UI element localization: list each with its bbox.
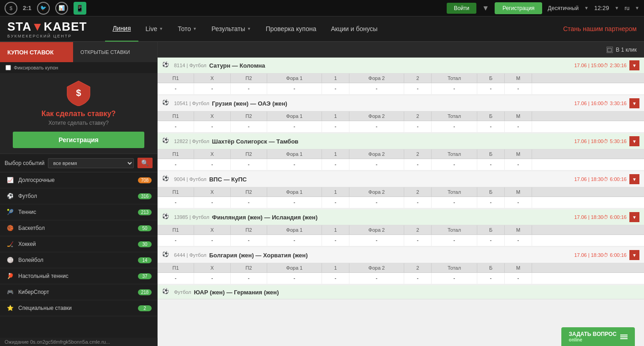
register-top-button[interactable]: Регистрация <box>495 2 542 14</box>
val-total-1[interactable]: - <box>432 83 477 94</box>
val-fora1-2[interactable]: - <box>267 121 322 132</box>
nav-live[interactable]: Live ▼ <box>138 16 171 42</box>
svg-text:$: $ <box>76 88 81 98</box>
football-event-icon-6: ⚽ <box>162 251 170 259</box>
sport-name-longterm: Долгосрочные <box>18 177 138 183</box>
val-fora2-1[interactable]: - <box>349 83 404 94</box>
event-block-4: ⚽ 9004 | Футбол ВПС — КуПС 17.06 | 18:30… <box>158 171 644 208</box>
val-x-1[interactable]: - <box>194 83 231 94</box>
register-sidebar-button[interactable]: Регистрация <box>13 132 144 148</box>
sport-item-tennis[interactable]: 🎾 Теннис 213 <box>0 204 157 220</box>
val-p2-1[interactable]: - <box>231 83 267 94</box>
basketball-icon: 🏀 <box>5 224 15 233</box>
sport-item-football[interactable]: ⚽ Футбол 316 <box>0 188 157 204</box>
event-collapse-btn-6[interactable]: ▼ <box>629 250 639 260</box>
football-icon: ⚽ <box>5 192 15 201</box>
sport-item-basketball[interactable]: 🏀 Баскетбол 50 <box>0 220 157 236</box>
event-rows-2: П1ХП2Фора 11Фора 22ТоталБМ ---------- <box>158 112 644 133</box>
coupon-header: КУПОН СТАВОК ОТКРЫТЫЕ СТАВКИ <box>0 42 157 62</box>
val-x-2[interactable]: - <box>194 121 231 132</box>
event-block-2: ⚽ 10541 | Футбол Грузия (жен) — ОАЭ (жен… <box>158 96 644 133</box>
event-rows-5: П1ХП2Фора 11Фора 22ТоталБМ ---------- <box>158 225 644 246</box>
val-p1-1[interactable]: - <box>158 83 194 94</box>
nav-check-coupon[interactable]: Проверка купона <box>259 16 324 42</box>
val-b-2[interactable]: - <box>477 121 505 132</box>
sport-count-volleyball: 14 <box>138 257 152 263</box>
event-name-7: ЮАР (жен) — Германия (жен) <box>194 289 640 296</box>
event-rows-4: П1ХП2Фора 11Фора 22ТоталБМ ---------- <box>158 187 644 208</box>
sport-name-esports: КиберСпорт <box>18 289 138 295</box>
val-fora2-2[interactable]: - <box>349 121 404 132</box>
col-b: Б <box>477 74 505 83</box>
event-date-4: 17.06 | 18:30 <box>574 176 603 182</box>
event-values-1: - - - - - - - - - - <box>158 83 644 95</box>
coupon-shield-icon: $ <box>65 79 92 106</box>
sport-item-hockey[interactable]: 🏒 Хоккей 30 <box>0 236 157 252</box>
event-collapse-btn-2[interactable]: ▼ <box>629 98 639 108</box>
event-timer-5: ⏱ 6:00:16 <box>603 214 627 220</box>
col-2: 2 <box>404 74 432 83</box>
event-col-header-5: П1ХП2Фора 11Фора 22ТоталБМ <box>158 225 644 235</box>
event-collapse-btn-1[interactable]: ▼ <box>629 60 639 70</box>
sport-item-volleyball[interactable]: 🏐 Волейбол 14 <box>0 252 157 268</box>
col-total-2: Тотал <box>432 112 477 121</box>
sport-item-tabletennis[interactable]: 🏓 Настольный теннис 37 <box>0 268 157 284</box>
ratio-display: 2:1 <box>23 5 32 11</box>
event-date-6: 17.06 | 18:30 <box>574 252 603 258</box>
format-selector[interactable]: Десятичный <box>548 5 579 11</box>
tennis-icon: 🎾 <box>5 208 15 217</box>
chat-widget[interactable]: ЗАДАТЬ ВОПРОС online <box>561 327 635 346</box>
val-1-2[interactable]: - <box>322 121 349 132</box>
sport-item-esports[interactable]: 🎮 КиберСпорт 218 <box>0 284 157 300</box>
one-click-bar: ☐ В 1 клик <box>158 42 644 58</box>
val-p1-2[interactable]: - <box>158 121 194 132</box>
lang-selector[interactable]: ru <box>624 5 629 11</box>
football-event-icon-3: ⚽ <box>162 137 170 145</box>
event-collapse-btn-5[interactable]: ▼ <box>629 212 639 222</box>
event-id-6: 6444 | Футбол <box>174 252 206 258</box>
event-name-2: Грузия (жен) — ОАЭ (жен) <box>212 100 574 107</box>
event-header-3: ⚽ 12822 | Футбол Шахтёр Солигорск — Тамб… <box>158 133 644 149</box>
coupon-open-btn[interactable]: ОТКРЫТЫЕ СТАВКИ <box>73 42 157 62</box>
col-p2-2: П2 <box>231 112 267 121</box>
search-button[interactable]: 🔍 <box>137 158 153 168</box>
status-text: Ожидание 0s.on2gc5tlmfrgk5bonn5a.cmle.ru… <box>5 339 110 345</box>
val-2-1[interactable]: - <box>404 83 432 94</box>
event-collapse-btn-4[interactable]: ▼ <box>629 174 639 184</box>
sport-item-longterm[interactable]: 📈 Долгосрочные 708 <box>0 172 157 188</box>
val-p2-2[interactable]: - <box>231 121 267 132</box>
mobile-icon: 📱 <box>74 2 86 15</box>
fix-coupon-checkbox[interactable] <box>5 65 11 70</box>
sport-count-basketball: 50 <box>138 225 152 231</box>
val-1-1[interactable]: - <box>322 83 349 94</box>
val-b-1[interactable]: - <box>477 83 505 94</box>
sport-name-tabletennis: Настольный теннис <box>18 273 138 279</box>
top-bar-left: $ 2:1 🐦 📊 📱 <box>5 2 86 15</box>
one-click-checkbox[interactable]: ☐ <box>607 47 613 53</box>
val-total-2[interactable]: - <box>432 121 477 132</box>
nav-toto[interactable]: Тото ▼ <box>170 16 204 42</box>
login-button[interactable]: Войти <box>447 3 477 14</box>
nav-promo[interactable]: Акции и бонусы <box>323 16 385 42</box>
sport-count-tabletennis: 37 <box>138 273 152 279</box>
partner-link[interactable]: Стань нашим партнером <box>563 25 637 32</box>
event-id-5: 13985 | Футбол <box>174 214 209 220</box>
nav-liniya[interactable]: Линия <box>105 16 138 42</box>
val-m-1[interactable]: - <box>505 83 532 94</box>
nav-results[interactable]: Результаты ▼ <box>204 16 259 42</box>
football-event-icon-2: ⚽ <box>162 99 170 107</box>
sport-item-special[interactable]: ⭐ Специальные ставки 2 <box>0 300 157 316</box>
event-id-4: 9004 | Футбол <box>174 176 206 182</box>
top-bar-right: Войти ▼ Регистрация Десятичный ▼ 12:29 ▼… <box>447 2 639 14</box>
time-filter-select[interactable]: все время <box>48 158 134 168</box>
special-icon: ⭐ <box>5 303 15 313</box>
val-fora1-1[interactable]: - <box>267 83 322 94</box>
event-name-3: Шахтёр Солигорск — Тамбов <box>212 138 574 145</box>
col-fora1-2: Фора 1 <box>267 112 322 121</box>
event-id-1: 8114 | Футбол <box>174 63 206 68</box>
val-m-2[interactable]: - <box>505 121 532 132</box>
event-collapse-btn-3[interactable]: ▼ <box>629 136 639 146</box>
event-col-header-3: П1ХП2Фора 11Фора 22ТоталБМ <box>158 149 644 159</box>
val-2-2[interactable]: - <box>404 121 432 132</box>
hockey-icon: 🏒 <box>5 240 15 249</box>
